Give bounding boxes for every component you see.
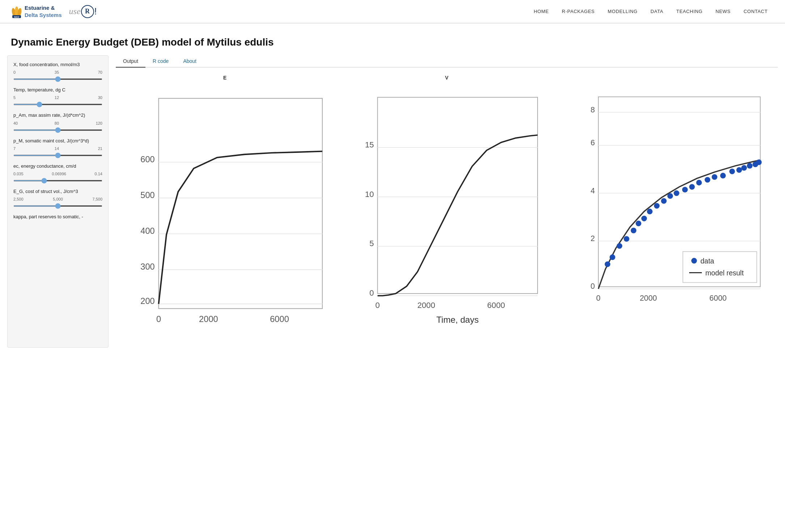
svg-point-49 <box>604 261 610 267</box>
svg-text:2: 2 <box>590 234 595 243</box>
param-temp-val: 12 <box>55 95 59 100</box>
svg-rect-20 <box>378 97 538 293</box>
param-pm-min: 7 <box>13 146 16 151</box>
svg-text:300: 300 <box>140 262 155 271</box>
svg-point-51 <box>616 243 622 249</box>
nav-data[interactable]: DATA <box>644 6 670 17</box>
header: NIOZ Estuarine & Delta Systems use R ! H… <box>0 0 785 23</box>
param-ec-label: ec, energy conductance, cm/d <box>13 163 102 170</box>
logo-text-line2: Delta Systems <box>25 12 62 19</box>
svg-point-63 <box>696 180 702 186</box>
svg-text:0: 0 <box>156 314 161 324</box>
nav-modelling[interactable]: MODELLING <box>601 6 644 17</box>
svg-text:10: 10 <box>365 190 374 199</box>
nav-teaching[interactable]: TEACHING <box>670 6 709 17</box>
svg-point-59 <box>667 193 673 199</box>
param-pm-val: 14 <box>55 146 59 151</box>
svg-text:200: 200 <box>140 296 155 306</box>
exclamation-icon: ! <box>94 6 97 17</box>
param-food-slider[interactable] <box>13 78 102 80</box>
user-logo: use R ! <box>69 5 97 18</box>
param-eg-slider[interactable] <box>13 205 102 207</box>
svg-point-66 <box>720 173 726 179</box>
param-pam-max: 120 <box>96 121 102 125</box>
svg-point-70 <box>747 163 752 169</box>
param-pm: p_M, somatic maint cost, J/(cm^3*d) 7 14… <box>13 138 102 157</box>
svg-text:4: 4 <box>590 186 595 195</box>
param-temp: Temp, temperature, dg C 5 12 30 <box>13 87 102 106</box>
svg-point-68 <box>736 167 742 173</box>
flame-icon: NIOZ <box>11 5 22 18</box>
svg-text:6000: 6000 <box>709 294 727 303</box>
svg-point-61 <box>682 187 688 193</box>
svg-text:data: data <box>700 257 714 265</box>
param-eg-min: 2,500 <box>13 197 24 201</box>
nioz-logo-icon: NIOZ Estuarine & Delta Systems <box>11 4 62 18</box>
param-temp-label: Temp, temperature, dg C <box>13 87 102 93</box>
chart-v-svg: 0 5 10 15 0 2000 6000 Time, days <box>338 83 556 330</box>
param-ec-val: 0.06996 <box>52 172 66 176</box>
nav-news[interactable]: NEWS <box>709 6 737 17</box>
param-temp-min: 5 <box>13 95 16 100</box>
svg-point-56 <box>647 209 653 214</box>
param-pm-max: 21 <box>98 146 102 151</box>
param-pam-slider[interactable] <box>13 129 102 131</box>
param-ec-max: 0.14 <box>95 172 102 176</box>
param-pm-slider[interactable] <box>13 155 102 156</box>
param-pam-label: p_Am, max assim rate, J/(d*cm^2) <box>13 112 102 119</box>
svg-rect-5 <box>159 98 322 309</box>
svg-text:2000: 2000 <box>640 294 657 303</box>
svg-text:0: 0 <box>590 282 595 291</box>
param-kappa-label: kappa, part reserves to somatic, - <box>13 214 102 220</box>
svg-text:model result: model result <box>705 269 744 277</box>
logo-text-line1: Estuarine & <box>25 4 62 12</box>
svg-point-54 <box>636 220 641 226</box>
param-kappa: kappa, part reserves to somatic, - <box>13 214 102 220</box>
svg-point-58 <box>661 198 667 204</box>
chart-e: E 200 300 400 500 600 <box>116 75 334 348</box>
param-ec-slider[interactable] <box>13 180 102 181</box>
nav-r-packages[interactable]: R-PACKAGES <box>555 6 601 17</box>
param-temp-slider[interactable] <box>13 104 102 105</box>
nav-contact[interactable]: CONTACT <box>737 6 774 17</box>
svg-point-62 <box>689 184 695 190</box>
content-area: Output R code About E 200 300 400 500 60… <box>116 55 778 348</box>
svg-text:0: 0 <box>370 288 374 297</box>
svg-rect-73 <box>683 252 756 283</box>
page-title-area: Dynamic Energy Budget (DEB) model of Myt… <box>0 23 785 55</box>
tab-rcode[interactable]: R code <box>145 55 176 68</box>
svg-text:15: 15 <box>365 140 374 149</box>
main-layout: X, food concentration, mmol/m3 0 35 70 T… <box>0 55 785 359</box>
r-circle-icon: R <box>81 5 94 18</box>
chart-l-svg: 0 2 4 6 8 0 2000 6000 Body lengt <box>560 83 778 322</box>
svg-text:500: 500 <box>140 190 155 200</box>
param-temp-max: 30 <box>98 95 102 100</box>
svg-point-52 <box>624 236 629 242</box>
svg-point-64 <box>705 177 710 183</box>
svg-point-67 <box>729 168 735 174</box>
param-pam-val: 80 <box>55 121 59 125</box>
svg-point-69 <box>741 165 747 171</box>
svg-point-55 <box>641 216 647 222</box>
tab-about[interactable]: About <box>176 55 204 68</box>
user-text: use <box>69 7 81 16</box>
param-ec-min: 0.035 <box>13 172 24 176</box>
chart-v: V 0 5 10 15 0 2000 6000 <box>338 75 556 330</box>
svg-text:0: 0 <box>596 294 601 303</box>
nav-home[interactable]: HOME <box>527 6 555 17</box>
svg-text:Time, days: Time, days <box>437 315 479 325</box>
svg-point-65 <box>712 174 717 180</box>
svg-point-57 <box>654 203 659 209</box>
chart-e-svg: 200 300 400 500 600 0 2000 6000 <box>116 83 334 348</box>
param-pam: p_Am, max assim rate, J/(d*cm^2) 40 80 1… <box>13 112 102 132</box>
svg-point-53 <box>631 228 636 233</box>
r-letter: R <box>85 8 90 15</box>
charts-row: E 200 300 400 500 600 <box>116 75 778 348</box>
svg-text:2000: 2000 <box>199 314 218 324</box>
param-food: X, food concentration, mmol/m3 0 35 70 <box>13 61 102 81</box>
param-eg: E_G, cost of struct vol., J/cm^3 2,500 5… <box>13 188 102 208</box>
param-food-label: X, food concentration, mmol/m3 <box>13 61 102 68</box>
param-food-val: 35 <box>55 70 59 74</box>
tab-output[interactable]: Output <box>116 55 145 68</box>
svg-point-74 <box>691 258 697 264</box>
